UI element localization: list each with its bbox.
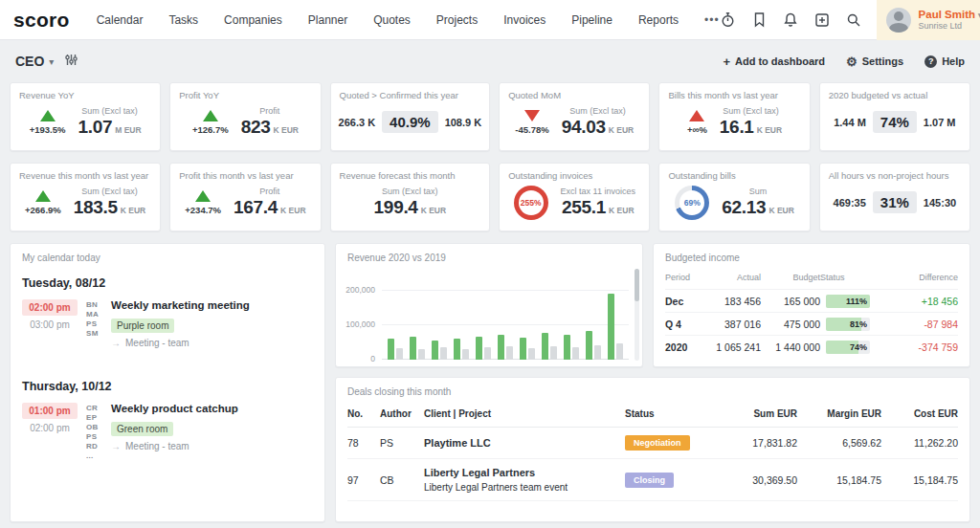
- kpi-card-profit-this-month-vs-last-year[interactable]: Profit this month vs last year+234.7%Pro…: [169, 163, 321, 231]
- calendar-event[interactable]: 02:00 pm03:00 pmBNMAPSSMWeekly marketing…: [11, 298, 324, 360]
- budget-row[interactable]: Dec183 456165 000111%+18 456: [665, 289, 958, 312]
- bar-group: [564, 335, 579, 360]
- help-button[interactable]: ? Help: [924, 55, 965, 68]
- plus-icon: +: [723, 55, 730, 69]
- deals-col-status: Status: [625, 402, 717, 427]
- calendar-event[interactable]: 01:00 pm02:00 pmCREPOBPSRD...Weekly prod…: [11, 402, 324, 472]
- bar-2020[interactable]: [454, 339, 460, 360]
- kpi-value: 255.1: [562, 197, 606, 217]
- nav-item-companies[interactable]: Companies: [224, 13, 282, 27]
- kpi-card-revenue-yoy[interactable]: Revenue YoY+193.5%Sum (Excl tax)1.07M EU…: [10, 82, 161, 151]
- kpi-card-title: Bills this month vs last year: [659, 83, 809, 100]
- nav-item-projects[interactable]: Projects: [436, 13, 478, 27]
- budgeted-income-panel: Budgeted income PeriodActualBudgetStatus…: [653, 243, 970, 367]
- nav-item-quotes[interactable]: Quotes: [373, 13, 411, 27]
- budget-status-percent: 81%: [850, 318, 867, 331]
- budget-col-budget: Budget: [761, 268, 820, 289]
- kpi-delta: +193.5%: [30, 124, 66, 135]
- bar-2019[interactable]: [594, 345, 601, 360]
- kpi-label: Sum (Excl tax): [78, 106, 141, 116]
- dashboard-selector[interactable]: CEO: [15, 54, 44, 69]
- nav-more-button[interactable]: •••: [704, 13, 720, 27]
- chevron-down-icon[interactable]: ▾: [49, 56, 54, 67]
- notifications-bell-icon[interactable]: [783, 11, 798, 28]
- bar-2020[interactable]: [498, 335, 504, 360]
- kpi-card-quoted-confirmed-this-year[interactable]: Quoted > Confirmed this year266.3 K40.9%…: [330, 82, 491, 151]
- nav-item-tasks[interactable]: Tasks: [168, 13, 198, 27]
- deal-sum: 17,831.82: [717, 437, 797, 449]
- bar-2020[interactable]: [520, 338, 526, 360]
- calendar-date: Tuesday, 08/12: [11, 268, 324, 298]
- deal-status-badge: Negotiation: [625, 435, 690, 451]
- settings-button[interactable]: ⚙ Settings: [846, 55, 903, 69]
- kpi-delta: +234.7%: [185, 205, 221, 215]
- bar-2019[interactable]: [396, 348, 403, 360]
- donut-percent: 69%: [684, 198, 701, 208]
- bar-group: [608, 294, 623, 360]
- budget-period: 2020: [665, 341, 700, 353]
- kpi-card-outstanding-bills[interactable]: Outstanding bills69%Sum62.13K EUR: [658, 163, 810, 231]
- kpi-card-quoted-mom[interactable]: Quoted MoM-45.78%Sum (Excl tax)94.03K EU…: [499, 82, 650, 151]
- deals-col-client-project: Client | Project: [424, 402, 625, 427]
- deal-no: 78: [347, 437, 380, 449]
- bar-2019[interactable]: [550, 346, 557, 360]
- kpi-value: 16.1: [720, 117, 754, 137]
- deals-col-author: Author: [380, 402, 424, 427]
- nav-item-invoices[interactable]: Invoices: [503, 13, 546, 27]
- bar-2019[interactable]: [484, 347, 491, 360]
- user-menu[interactable]: Paul Smith▾ Sunrise Ltd: [877, 0, 980, 40]
- bar-2019[interactable]: [616, 343, 623, 360]
- nav-item-reports[interactable]: Reports: [638, 13, 679, 27]
- deal-client-link[interactable]: Playtime LLC: [424, 437, 625, 449]
- bar-2019[interactable]: [418, 349, 425, 360]
- y-tick: 200,000: [345, 285, 375, 295]
- chart-scrollbar[interactable]: [635, 269, 639, 361]
- bar-group: [520, 338, 535, 360]
- bar-2019[interactable]: [440, 347, 447, 360]
- filter-sliders-icon[interactable]: [65, 53, 78, 70]
- bar-2019[interactable]: [506, 346, 513, 360]
- bar-group: [498, 335, 513, 360]
- budget-row[interactable]: 20201 065 2411 440 00074%-374 759: [665, 335, 958, 358]
- deal-row[interactable]: 97CBLiberty Legal PartnersLiberty Legal …: [347, 459, 958, 501]
- bar-2020[interactable]: [564, 335, 570, 360]
- bar-2020[interactable]: [608, 294, 614, 360]
- nav-item-calendar[interactable]: Calendar: [97, 13, 144, 27]
- nav-item-planner[interactable]: Planner: [308, 13, 347, 27]
- attendee-initials: CR: [86, 404, 102, 412]
- bar-2020[interactable]: [476, 337, 482, 360]
- scrollbar-thumb[interactable]: [635, 269, 639, 301]
- calendar-day: Thursday, 10/1201:00 pm02:00 pmCREPOBPSR…: [11, 371, 324, 472]
- kpi-card-2020-budgeted-vs-actual[interactable]: 2020 budgeted vs actual1.44 M74%1.07 M: [819, 82, 970, 151]
- kpi-card-profit-yoy[interactable]: Profit YoY+126.7%Profit823K EUR: [169, 82, 321, 151]
- bookmark-icon[interactable]: [752, 11, 767, 28]
- kpi-card-bills-this-month-vs-last-year[interactable]: Bills this month vs last year+∞%Sum (Exc…: [658, 82, 810, 151]
- bar-2020[interactable]: [542, 333, 548, 360]
- add-to-dashboard-button[interactable]: + Add to dashboard: [723, 55, 825, 69]
- kpi-unit: K EUR: [609, 125, 634, 135]
- kpi-card-all-hours-vs-non-project-hours[interactable]: All hours vs non-project hours469:3531%1…: [819, 163, 970, 231]
- kpi-left-value: 266.3 K: [339, 117, 376, 128]
- help-icon: ?: [924, 55, 937, 68]
- search-icon[interactable]: [846, 12, 861, 28]
- timer-icon[interactable]: [720, 11, 736, 28]
- bar-2020[interactable]: [432, 341, 438, 360]
- scoro-logo[interactable]: scoro: [13, 9, 70, 32]
- nav-item-pipeline[interactable]: Pipeline: [571, 13, 612, 27]
- budget-row[interactable]: Q 4387 016475 00081%-87 984: [665, 312, 958, 335]
- bar-2019[interactable]: [462, 349, 469, 361]
- bar-chart-plot: [382, 272, 629, 360]
- bar-2020[interactable]: [388, 339, 394, 360]
- bar-2019[interactable]: [572, 347, 579, 360]
- trend-up-icon: [195, 190, 211, 202]
- deal-row[interactable]: 78PSPlaytime LLCNegotiation17,831.826,56…: [347, 428, 958, 459]
- deal-client-link[interactable]: Liberty Legal Partners: [424, 467, 625, 478]
- bar-2020[interactable]: [586, 331, 592, 360]
- quick-add-icon[interactable]: [814, 12, 830, 28]
- kpi-label: Sum (Excl tax): [374, 187, 447, 196]
- kpi-card-revenue-forecast-this-month[interactable]: Revenue forecast this monthSum (Excl tax…: [330, 163, 491, 231]
- kpi-card-revenue-this-month-vs-last-year[interactable]: Revenue this month vs last year+266.9%Su…: [10, 163, 161, 231]
- kpi-card-outstanding-invoices[interactable]: Outstanding invoices255%Excl tax 11 invo…: [499, 163, 650, 231]
- bar-2020[interactable]: [410, 337, 416, 361]
- bar-2019[interactable]: [528, 348, 535, 360]
